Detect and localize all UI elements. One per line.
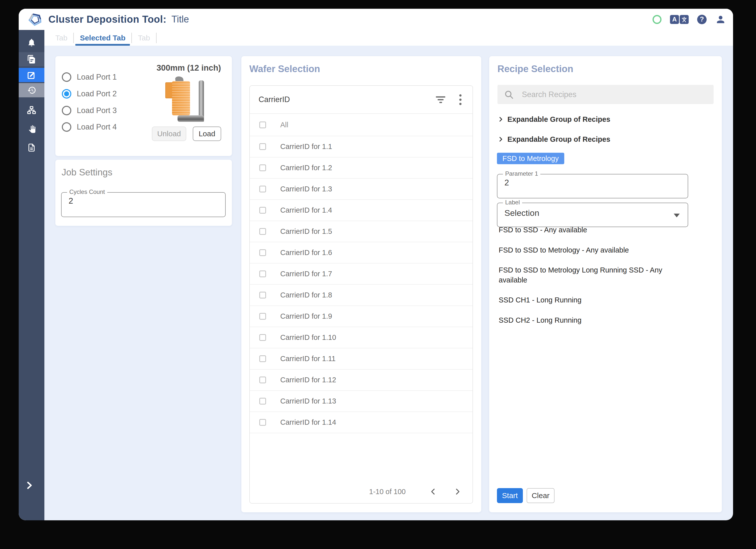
row-checkbox[interactable] xyxy=(259,419,266,426)
row-checkbox[interactable] xyxy=(259,398,266,405)
hand-icon[interactable] xyxy=(19,121,44,136)
load-port-2-option[interactable]: Load Port 2 xyxy=(62,88,117,99)
tab-3[interactable]: Tab xyxy=(132,30,156,46)
row-checkbox[interactable] xyxy=(259,377,266,383)
tab-separator xyxy=(156,33,157,43)
job-settings-title: Job Settings xyxy=(62,167,112,178)
chevron-right-icon xyxy=(497,136,504,142)
radio-checked-icon[interactable] xyxy=(62,89,71,99)
recipe-group-1[interactable]: Expandable Group of Recipes xyxy=(497,113,610,125)
table-row[interactable]: CarrierID for 1.4 xyxy=(250,200,473,221)
row-checkbox[interactable] xyxy=(259,313,266,320)
load-port-3-option[interactable]: Load Port 3 xyxy=(62,105,117,116)
wafer-selection-title: Wafer Selection xyxy=(249,64,320,74)
select-all-row[interactable]: All xyxy=(250,114,473,136)
row-checkbox[interactable] xyxy=(259,164,266,171)
filter-icon[interactable] xyxy=(436,96,445,103)
job-settings-panel: Job Settings Cycles Count xyxy=(55,160,232,226)
table-row[interactable]: CarrierID for 1.11 xyxy=(250,348,473,370)
radio-unchecked-icon[interactable] xyxy=(62,72,71,82)
table-row[interactable]: CarrierID for 1.6 xyxy=(250,242,473,263)
radio-label: Load Port 4 xyxy=(77,122,117,131)
start-button[interactable]: Start xyxy=(497,488,523,503)
radio-unchecked-icon[interactable] xyxy=(62,122,71,132)
table-row[interactable]: CarrierID for 1.10 xyxy=(250,327,473,348)
row-checkbox[interactable] xyxy=(259,270,266,277)
sitemap-icon[interactable] xyxy=(19,103,44,117)
carrierid-column-header: CarrierID xyxy=(259,95,290,104)
wafer-selection-panel: Wafer Selection CarrierID All CarrierID … xyxy=(241,56,481,512)
search-recipes-input[interactable] xyxy=(522,90,707,99)
row-checkbox[interactable] xyxy=(259,292,266,299)
table-row[interactable]: CarrierID for 1.13 xyxy=(250,391,473,412)
app-logo-icon xyxy=(27,13,41,26)
app-window: Cluster Deposition Tool: Title A ? xyxy=(19,9,733,520)
table-row[interactable]: CarrierID for 1.12 xyxy=(250,370,473,391)
row-checkbox[interactable] xyxy=(259,334,266,341)
table-row[interactable]: CarrierID for 1.8 xyxy=(250,285,473,306)
select-all-checkbox[interactable] xyxy=(259,121,266,128)
previous-page-icon[interactable] xyxy=(428,487,438,497)
label-select-value: Selection xyxy=(504,208,539,218)
row-label: CarrierID for 1.13 xyxy=(280,397,336,405)
unload-button[interactable]: Unload xyxy=(152,126,186,141)
row-label: CarrierID for 1.11 xyxy=(280,355,336,363)
radio-label: Load Port 2 xyxy=(77,89,117,98)
clear-button[interactable]: Clear xyxy=(527,488,555,503)
tab-selected[interactable]: Selected Tab xyxy=(74,30,131,46)
user-profile-icon[interactable] xyxy=(715,14,726,25)
tab-1[interactable]: Tab xyxy=(49,30,73,46)
table-row[interactable]: CarrierID for 1.3 xyxy=(250,179,473,200)
more-options-icon[interactable] xyxy=(459,94,462,105)
tab-bar: Tab Selected Tab Tab xyxy=(44,30,733,46)
table-pagination: 1-10 of 100 xyxy=(250,480,473,503)
row-checkbox[interactable] xyxy=(259,355,266,362)
next-page-icon[interactable] xyxy=(453,487,463,497)
recipe-option[interactable]: FSD to SSD to Metrology - Any available xyxy=(499,245,629,255)
table-row[interactable]: CarrierID for 1.2 xyxy=(250,157,473,179)
recipe-group-2[interactable]: Expandable Group of Recipes xyxy=(497,133,610,145)
help-icon[interactable]: ? xyxy=(697,15,707,24)
dropdown-arrow-icon xyxy=(674,213,680,217)
row-checkbox[interactable] xyxy=(259,228,266,235)
edit-icon[interactable] xyxy=(19,68,44,82)
history-icon[interactable] xyxy=(19,83,44,97)
recipe-option[interactable]: FSD to SSD to Metrology Long Running SSD… xyxy=(499,265,681,285)
recipe-group-label: Expandable Group of Recipes xyxy=(507,115,610,123)
row-label: CarrierID for 1.2 xyxy=(280,164,332,172)
parameter-1-input[interactable] xyxy=(504,178,683,187)
row-checkbox[interactable] xyxy=(259,207,266,213)
table-row[interactable]: CarrierID for 1.14 xyxy=(250,412,473,433)
recipe-option[interactable]: FSD to SSD - Any available xyxy=(499,225,587,235)
row-checkbox[interactable] xyxy=(259,186,266,192)
load-port-4-option[interactable]: Load Port 4 xyxy=(62,121,117,132)
row-checkbox[interactable] xyxy=(259,143,266,150)
table-row[interactable]: CarrierID for 1.7 xyxy=(250,263,473,285)
row-checkbox[interactable] xyxy=(259,249,266,256)
radio-label: Load Port 1 xyxy=(77,73,117,82)
radio-unchecked-icon[interactable] xyxy=(62,106,71,115)
sidebar-expand-chevron-icon[interactable] xyxy=(19,478,44,493)
table-row[interactable]: CarrierID for 1.5 xyxy=(250,221,473,242)
wafer-carrier-image xyxy=(165,77,205,123)
load-button[interactable]: Load xyxy=(193,126,221,141)
document-title: Title xyxy=(171,14,189,25)
document-icon[interactable] xyxy=(19,140,44,155)
row-label: CarrierID for 1.12 xyxy=(280,376,336,384)
row-label: CarrierID for 1.6 xyxy=(280,248,332,257)
wafer-size-label: 300mm (12 inch) xyxy=(150,63,227,73)
recipe-option[interactable]: SSD CH2 - Long Running xyxy=(499,315,581,325)
label-select-field[interactable]: Label Selection xyxy=(497,203,688,227)
cycles-count-input[interactable] xyxy=(69,196,220,206)
recipe-search-box xyxy=(497,85,714,104)
selected-recipe-chip[interactable]: FSD to Metrology xyxy=(497,153,564,164)
table-row[interactable]: CarrierID for 1.9 xyxy=(250,306,473,327)
language-icon[interactable]: A xyxy=(670,15,689,24)
load-port-1-option[interactable]: Load Port 1 xyxy=(62,72,117,83)
table-row[interactable]: CarrierID for 1.1 xyxy=(250,136,473,157)
recipe-option[interactable]: SSD CH1 - Long Running xyxy=(499,295,581,305)
notifications-bell-icon[interactable] xyxy=(19,35,44,50)
copy-document-icon[interactable] xyxy=(19,52,44,66)
recipe-selection-panel: Recipe Selection Expandable Group of Rec… xyxy=(489,56,722,512)
row-label: CarrierID for 1.4 xyxy=(280,206,332,214)
